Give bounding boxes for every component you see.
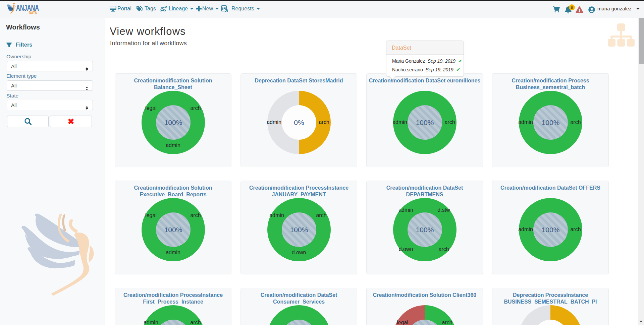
svg-text:DATA: DATA — [29, 11, 37, 15]
